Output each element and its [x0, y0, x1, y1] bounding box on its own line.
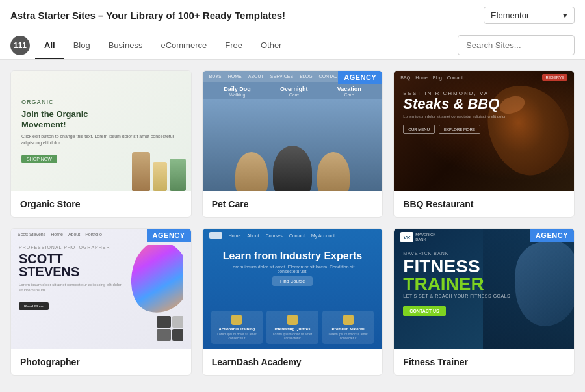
product-green	[170, 159, 186, 191]
ld-nav-home: Home	[229, 233, 241, 238]
ld-feature-quizzes: Interesting Quizzes Lorem ipsum dolor si…	[266, 311, 318, 344]
card-thumb-photographer: AGENCY Scott Stevens Home About Portfoli…	[11, 229, 191, 349]
tab-free[interactable]: Free	[216, 31, 252, 59]
service-overnight-title: Overnight	[280, 86, 308, 92]
petcare-service-vacation: Vacation Care	[337, 86, 361, 97]
bbq-main-headline: Steaks & BBQ	[403, 96, 565, 112]
ld-cta-btn: Find Course	[272, 276, 313, 286]
fitness-title-green: TRAINER	[403, 274, 484, 294]
photo-grid	[157, 316, 183, 341]
service-vacation-sub: Care	[337, 92, 361, 97]
photographer-art	[131, 245, 183, 344]
elementor-dropdown[interactable]: Elementor ▾	[484, 7, 575, 24]
service-vacation-title: Vacation	[337, 86, 361, 92]
learndash-features: Actionable Training Lorem ipsum dolor si…	[203, 306, 383, 349]
card-label-fitness: Fitness Trainer	[394, 349, 574, 375]
fitness-logo: VK MAVERICKBANK	[400, 232, 436, 242]
photographer-nav-home: Home	[51, 232, 63, 237]
ld-feature-title-1: Actionable Training	[216, 327, 258, 331]
fitness-content: MAVERICK BANK FITNESSTRAINER LET'S SET &…	[394, 246, 574, 321]
service-walking-title: Daily Dog	[224, 86, 251, 92]
ld-feature-sub-1: Lorem ipsum dolor sit amet consectetur	[216, 332, 258, 340]
card-thumb-organic: ORGANIC Join the OrganicMovement! Click …	[11, 71, 191, 191]
dog-right	[317, 152, 350, 191]
dog-center	[273, 146, 312, 191]
bbq-nav-blog: Blog	[433, 75, 442, 80]
ld-feature-icon-1	[231, 315, 242, 325]
card-learndash[interactable]: Home About Courses Contact My Account Le…	[202, 228, 384, 376]
learndash-nav: Home About Courses Contact My Account	[203, 229, 383, 242]
bbq-desc: Lorem ipsum dolor sit amet consectetur a…	[403, 114, 565, 118]
card-label-petcare: Pet Care	[203, 191, 383, 217]
ld-feature-title-2: Interesting Quizzes	[272, 327, 313, 331]
fitness-cta-btn: CONTACT US	[403, 306, 445, 316]
petcare-nav-contact: CONTACT	[319, 74, 341, 79]
card-fitness[interactable]: AGENCY VK MAVERICKBANK MAVERICK BANK FIT…	[393, 228, 575, 376]
ld-feature-sub-3: Lorem ipsum dolor sit amet consectetur	[328, 332, 369, 340]
ld-sub-headline: Lorem ipsum dolor sit amet. Elementor si…	[216, 265, 370, 274]
main-content: ORGANIC Join the OrganicMovement! Click …	[0, 60, 585, 386]
ld-feature-title-3: Premium Material	[328, 327, 369, 331]
petcare-dogs-image	[203, 99, 383, 191]
product-bottle	[132, 152, 150, 191]
fitness-vk-icon: VK	[400, 232, 413, 242]
card-label-photographer: Photographer	[11, 349, 191, 375]
fitness-brand-text: MAVERICKBANK	[415, 233, 436, 242]
petcare-nav-home: HOME	[228, 74, 242, 79]
bbq-btn-menu: OUR MENU	[403, 125, 435, 134]
card-bbq-restaurant[interactable]: BBQ Home Blog Contact RESERVE BEST IN RI…	[393, 70, 575, 218]
ld-feature-sub-2: Lorem ipsum dolor sit amet consectetur	[272, 332, 313, 340]
petcare-nav-about: ABOUT	[248, 74, 264, 79]
card-pet-care[interactable]: AGENCY BUYS HOME ABOUT SERVICES BLOG CON…	[202, 70, 384, 218]
bbq-nav-cta: RESERVE	[542, 74, 567, 81]
card-photographer[interactable]: AGENCY Scott Stevens Home About Portfoli…	[10, 228, 192, 376]
chevron-down-icon: ▾	[563, 10, 567, 20]
dog-left	[235, 152, 268, 191]
card-thumb-bbq: BBQ Home Blog Contact RESERVE BEST IN RI…	[394, 71, 574, 191]
agency-badge-photographer: AGENCY	[147, 229, 191, 242]
learndash-logo	[209, 232, 222, 239]
template-grid: ORGANIC Join the OrganicMovement! Click …	[10, 70, 575, 376]
photographer-cta: Read More	[19, 302, 49, 310]
card-thumb-learndash: Home About Courses Contact My Account Le…	[203, 229, 383, 349]
bbq-nav-contact: Contact	[447, 75, 463, 80]
ld-feature-icon-2	[287, 315, 298, 325]
ld-nav-courses: Courses	[266, 233, 283, 238]
photo-tile-1	[157, 316, 171, 328]
search-input[interactable]	[458, 35, 575, 55]
card-thumb-petcare: AGENCY BUYS HOME ABOUT SERVICES BLOG CON…	[203, 71, 383, 191]
tab-other[interactable]: Other	[252, 31, 291, 59]
card-label-learndash: LearnDash Academy	[203, 349, 383, 375]
service-overnight-sub: Care	[280, 92, 308, 97]
ld-feature-icon-3	[343, 315, 354, 325]
service-walking-sub: Walking	[224, 92, 251, 97]
photographer-desc: Lorem ipsum dolor sit amet consectetur a…	[19, 282, 125, 293]
agency-badge-petcare: AGENCY	[338, 71, 382, 84]
photographer-text: PROFESSIONAL PHOTOGRAPHER SCOTTSTEVENS L…	[19, 245, 125, 344]
card-thumb-fitness: AGENCY VK MAVERICKBANK MAVERICK BANK FIT…	[394, 229, 574, 349]
colorful-blob	[131, 245, 183, 320]
learndash-headline: Learn from Industry Experts Lorem ipsum …	[203, 242, 383, 294]
photo-tile-3	[157, 329, 171, 341]
petcare-nav-blog: BLOG	[300, 74, 312, 79]
card-label-organic: Organic Store	[11, 191, 191, 217]
nav-tabs: 111 All Blog Business eCommerce Free Oth…	[10, 31, 291, 59]
tab-ecommerce[interactable]: eCommerce	[151, 31, 216, 59]
organic-products	[114, 84, 186, 191]
photographer-name: SCOTTSTEVENS	[19, 252, 125, 278]
template-count-badge: 111	[10, 36, 30, 55]
photographer-content: PROFESSIONAL PHOTOGRAPHER SCOTTSTEVENS L…	[11, 240, 191, 349]
fitness-goal: LET'S SET & REACH YOUR FITNESS GOALS	[403, 294, 565, 298]
tab-all[interactable]: All	[35, 31, 64, 59]
bbq-headline: BEST IN RICHMOND, VA Steaks & BBQ Lorem …	[394, 84, 574, 121]
petcare-nav-services: SERVICES	[270, 74, 293, 79]
organic-cta-btn: SHOP NOW	[21, 155, 57, 163]
card-organic-store[interactable]: ORGANIC Join the OrganicMovement! Click …	[10, 70, 192, 218]
tab-blog[interactable]: Blog	[64, 31, 99, 59]
tab-business[interactable]: Business	[99, 31, 152, 59]
ld-main-headline: Learn from Industry Experts	[216, 250, 370, 262]
petcare-service-overnight: Overnight Care	[280, 86, 308, 97]
top-bar: Astra Starter Sites – Your Library of 10…	[0, 0, 585, 31]
card-label-bbq: BBQ Restaurant	[394, 191, 574, 217]
photographer-role: PROFESSIONAL PHOTOGRAPHER	[19, 245, 125, 250]
